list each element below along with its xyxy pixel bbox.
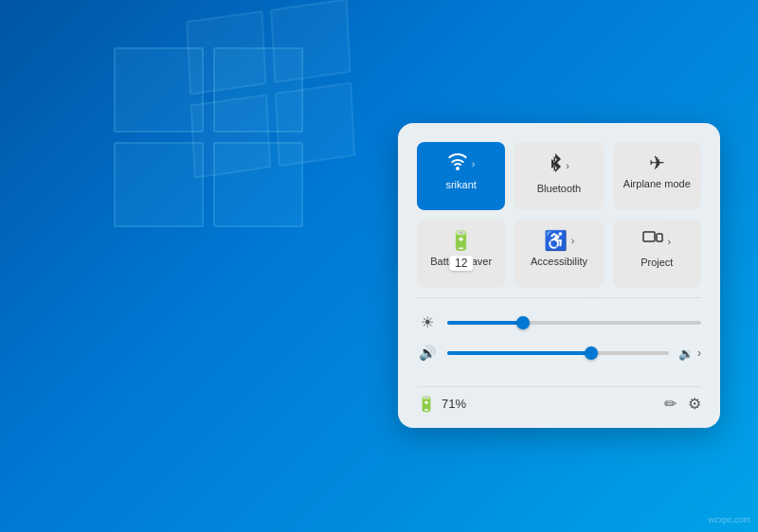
bottom-bar: 🔋 71% ✏ ⚙ (417, 386, 701, 413)
battery-info: 🔋 71% (417, 395, 466, 413)
accessibility-icon: ♿ (544, 231, 568, 250)
bluetooth-tile-icon-row: › (549, 153, 569, 177)
wifi-chevron: › (472, 158, 476, 169)
wifi-tile-icon-row: › (447, 153, 476, 173)
volume-fill (447, 351, 591, 355)
brightness-icon: ☀ (417, 313, 438, 331)
airplane-tile-icon-row: ✈ (649, 153, 665, 172)
speaker-icon: 🔉 (678, 346, 694, 361)
quick-settings-panel: › srikant › Bluetooth ✈ Airplane mode (398, 123, 720, 428)
battery-saver-icon: 🔋 (449, 231, 473, 250)
battery-percent: 71% (442, 397, 466, 411)
win-pane-back-bl (190, 94, 271, 179)
divider-1 (417, 297, 701, 298)
volume-thumb[interactable] (585, 346, 598, 360)
battery-saver-tile[interactable]: 🔋 Battery saver 12 (417, 220, 505, 288)
tiles-row-2: 🔋 Battery saver 12 ♿ › Accessibility (417, 220, 701, 288)
wifi-label: srikant (445, 179, 476, 190)
settings-icon[interactable]: ⚙ (688, 395, 701, 413)
win-pane-back-tl (186, 10, 266, 96)
windows-logo-back (186, 0, 364, 192)
wifi-tile[interactable]: › srikant (417, 142, 505, 210)
project-label: Project (641, 257, 673, 268)
bluetooth-tile[interactable]: › Bluetooth (514, 142, 603, 210)
project-tile[interactable]: › Project (613, 220, 701, 288)
brightness-track (447, 321, 701, 325)
sliders-section: ☀ 🔊 🔉 › (417, 306, 701, 382)
brightness-fill (447, 321, 523, 325)
accessibility-chevron: › (571, 235, 575, 246)
volume-chevron: › (697, 346, 701, 360)
win-pane-back-tr (270, 0, 351, 83)
accessibility-icon-row: ♿ › (544, 231, 575, 250)
airplane-icon: ✈ (649, 153, 665, 172)
project-icon-row: › (642, 231, 671, 251)
volume-end[interactable]: 🔉 › (678, 346, 701, 361)
edit-icon[interactable]: ✏ (664, 395, 677, 413)
bluetooth-icon (549, 153, 562, 177)
bottom-icons: ✏ ⚙ (664, 395, 701, 413)
volume-track (447, 351, 669, 355)
svg-rect-1 (657, 234, 662, 241)
brightness-thumb[interactable] (516, 316, 530, 329)
volume-icon: 🔊 (417, 345, 438, 362)
airplane-label: Airplane mode (623, 178, 691, 189)
bluetooth-chevron: › (566, 160, 569, 171)
battery-icon: 🔋 (417, 395, 436, 413)
battery-saver-badge: 12 (449, 256, 473, 271)
volume-slider-row: 🔊 🔉 › (417, 345, 701, 362)
volume-slider[interactable] (447, 351, 669, 355)
accessibility-tile[interactable]: ♿ › Accessibility (514, 220, 603, 288)
bluetooth-label: Bluetooth (537, 183, 581, 194)
brightness-slider-row: ☀ (417, 313, 701, 331)
wifi-icon (447, 153, 468, 173)
win-pane-back-br (275, 82, 355, 168)
airplane-tile[interactable]: ✈ Airplane mode (613, 142, 701, 210)
watermark: wcxpc.com (708, 515, 750, 524)
tiles-row-1: › srikant › Bluetooth ✈ Airplane mode (417, 142, 701, 210)
win-pane-bl (114, 142, 204, 227)
battery-saver-icon-row: 🔋 (449, 231, 473, 250)
svg-rect-0 (643, 232, 655, 241)
project-chevron: › (667, 236, 671, 247)
brightness-slider[interactable] (447, 321, 701, 325)
project-icon (642, 231, 663, 251)
accessibility-label: Accessibility (531, 256, 587, 267)
